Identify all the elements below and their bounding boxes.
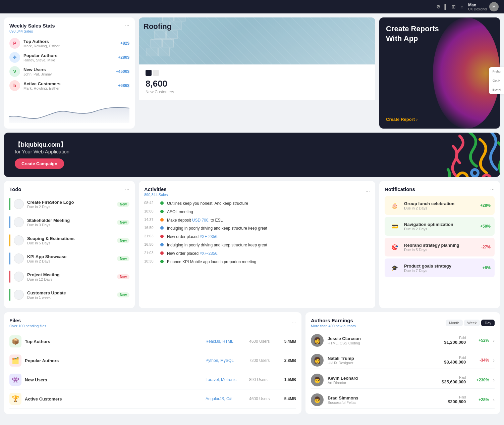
notif-icon: 🎂	[389, 199, 401, 211]
author-arrow-icon[interactable]: ›	[493, 397, 495, 403]
todo-bar	[9, 289, 10, 301]
svg-point-12	[471, 170, 478, 176]
stat-value: +686$	[118, 83, 129, 88]
create-campaign-button[interactable]: Create Campaign	[15, 158, 64, 169]
act-link[interactable]: #XF-2356.	[200, 251, 218, 256]
todo-bar	[9, 252, 10, 265]
svg-rect-1	[163, 17, 174, 21]
todo-checkbox[interactable]	[14, 272, 24, 282]
todo-card: Todo ⋯ Create FireStone Logo Due in 2 Da…	[4, 181, 135, 308]
author-info: Brad Simmons Successful Fellas	[328, 395, 444, 405]
author-paid-info: Paid $200,500	[448, 395, 466, 404]
activity-item: 08:42 Outlines keep you honest. And keep…	[144, 201, 370, 206]
act-time: 21:03	[144, 251, 157, 255]
file-size: 1.5MB	[279, 377, 296, 382]
topbar: ⚙ ▌ ⊞ ☼ Max UX Designer M	[0, 0, 504, 13]
create-report-link[interactable]: Create Report ›	[386, 117, 493, 122]
author-earnings-item: 👨 Brad Simmons Successful Fellas Paid $2…	[311, 391, 495, 409]
act-link[interactable]: #XF-2356.	[200, 234, 218, 239]
campaign-banner: 【biqubiqu.com】 for Your Web Application …	[4, 133, 500, 177]
act-text: AEOL meeting	[167, 209, 370, 215]
arrow-right-icon: ›	[416, 117, 417, 122]
todo-checkbox[interactable]	[14, 235, 24, 245]
act-text: Finance KPI Mobile app launch preparion …	[167, 259, 370, 265]
act-dot	[160, 210, 164, 213]
todo-bar	[9, 198, 10, 210]
stat-value: +280$	[118, 55, 129, 60]
new-customers-count: 8,600	[146, 79, 369, 89]
act-text: New order placed #XF-2356.	[167, 251, 370, 256]
act-time: 14:37	[144, 218, 157, 222]
roofing-card: Roofing	[139, 17, 375, 129]
theme-icon[interactable]: ☼	[460, 4, 464, 9]
ae-tab[interactable]: Month	[446, 320, 463, 326]
author-arrow-icon[interactable]: ›	[493, 358, 495, 363]
act-text: Indulging in poorly driving and keep str…	[167, 226, 370, 231]
author-role: Art Director	[328, 381, 438, 385]
svg-rect-2	[174, 17, 185, 21]
todo-checkbox[interactable]	[14, 217, 24, 227]
file-name: New Users	[25, 377, 202, 382]
notifications-dots[interactable]: ⋯	[490, 187, 495, 192]
todo-checkbox[interactable]	[14, 199, 24, 209]
svg-rect-7	[151, 39, 162, 47]
act-time: 16:50	[144, 242, 157, 246]
stat-name: New Users	[23, 67, 113, 72]
files-subtitle: Over 100 pending files	[9, 324, 46, 328]
files-dots[interactable]: ⋯	[292, 320, 296, 325]
activities-card: Activities 890,344 Sales ⋯ 08:42 Outline…	[139, 181, 375, 308]
todo-due: Due in 2 Days	[27, 259, 114, 263]
todo-bar	[9, 234, 10, 246]
author-paid-info: Paid $3,400,000	[444, 356, 466, 365]
file-users: 890 Users	[249, 377, 276, 382]
ae-tab[interactable]: Day	[481, 320, 495, 326]
file-name: Active Customers	[25, 396, 202, 402]
todo-item: Project Meeting Due in 12 Days New	[9, 269, 129, 285]
notif-due: Due in 5 Days	[404, 248, 478, 252]
weekly-sales-dots[interactable]: ⋯	[125, 23, 129, 28]
svg-point-11	[457, 173, 467, 177]
user-avatar[interactable]: M	[489, 2, 499, 11]
act-link[interactable]: USD 700.	[192, 218, 210, 223]
author-avatar: 👨	[311, 393, 324, 406]
todo-checkbox[interactable]	[14, 253, 24, 264]
paid-amount: $35,600,000	[442, 379, 466, 384]
todo-bar	[9, 271, 10, 283]
activity-item: 10:30 Finance KPI Mobile app launch prep…	[144, 259, 370, 265]
author-role: HTML, CSS Coding	[328, 341, 440, 345]
file-row: 👾 New Users Laravel, Metronic 890 Users …	[9, 370, 296, 389]
author-arrow-icon[interactable]: ›	[493, 338, 495, 343]
todo-due: Due in 12 Days	[27, 277, 114, 281]
author-arrow-icon[interactable]: ›	[493, 377, 495, 383]
todo-info: Scoping & Estimations Due in 5 Days	[27, 236, 114, 245]
notif-name: Group lunch celebration	[404, 201, 477, 206]
act-time: 21:03	[144, 234, 157, 238]
nc-icon-dark	[146, 70, 152, 76]
ae-tab[interactable]: Week	[464, 320, 480, 326]
todo-name: Stakeholder Meeting	[27, 218, 114, 223]
activities-dots[interactable]: ⋯	[366, 189, 370, 194]
stat-info: Top Authors Mark, Rowling, Esther	[23, 39, 117, 48]
ae-list: 👩 Jessie Clarcson HTML, CSS Coding Paid …	[311, 332, 495, 409]
author-avatar: 👩	[311, 334, 324, 347]
author-paid-info: Paid $1,200,000	[444, 336, 466, 345]
author-earnings-item: 👨 Kevin Leonard Art Director Paid $35,60…	[311, 372, 495, 389]
side-panel-item[interactable]: Prebu	[489, 67, 504, 76]
grid-icon[interactable]: ⊞	[452, 4, 456, 9]
notif-icon: 💳	[389, 220, 401, 232]
stat-name: Top Authors	[23, 39, 117, 44]
side-panel-item[interactable]: Buy N	[489, 85, 504, 94]
stat-item: ✈ Popular Authors Randy, Steve, Mike +28…	[9, 52, 129, 63]
bar-icon[interactable]: ▌	[445, 4, 448, 9]
notification-item: 💳 Navigation optimization Due in 2 Days …	[385, 217, 495, 236]
user-info: Max UX Designer M	[468, 2, 499, 11]
author-role: UI/UX Designer	[328, 361, 440, 365]
author-change: +230%	[474, 378, 489, 382]
side-panel-item[interactable]: Get H	[489, 76, 504, 85]
todo-due: Due in 1 week	[27, 295, 114, 299]
campaign-title1: 【biqubiqu.com】	[15, 141, 69, 149]
paid-label: Paid	[444, 356, 466, 360]
todo-checkbox[interactable]	[14, 290, 24, 300]
search-icon[interactable]: ⚙	[436, 4, 441, 9]
todo-dots[interactable]: ⋯	[125, 187, 129, 192]
